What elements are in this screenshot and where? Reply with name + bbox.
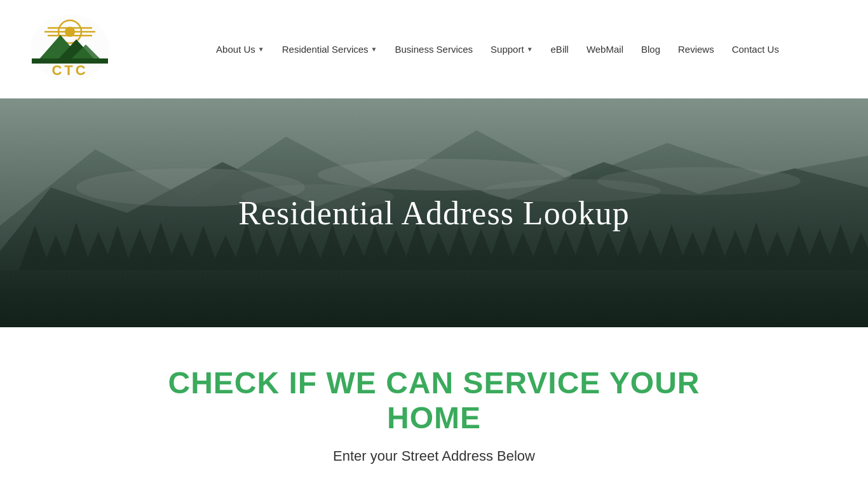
nav-item-about-us[interactable]: About Us ▼ — [207, 39, 273, 60]
nav-item-support[interactable]: Support ▼ — [482, 39, 541, 60]
nav-item-webmail[interactable]: WebMail — [578, 39, 632, 60]
logo-image: CTC — [25, 13, 114, 83]
nav-item-reviews[interactable]: Reviews — [669, 39, 723, 60]
nav-item-blog[interactable]: Blog — [632, 39, 669, 60]
nav-item-business-services[interactable]: Business Services — [386, 39, 482, 60]
content-section: CHECK IF WE CAN SERVICE YOUR HOME Enter … — [0, 327, 868, 488]
nav-item-residential-services[interactable]: Residential Services ▼ — [273, 39, 386, 60]
main-nav: About Us ▼ Residential Services ▼ Busine… — [153, 39, 843, 60]
chevron-down-icon: ▼ — [371, 46, 377, 53]
site-header: CTC About Us ▼ Residential Services ▼ Bu… — [0, 0, 868, 98]
chevron-down-icon: ▼ — [527, 46, 533, 53]
svg-text:CTC: CTC — [51, 62, 88, 78]
chevron-down-icon: ▼ — [258, 46, 264, 53]
nav-item-contact-us[interactable]: Contact Us — [723, 39, 788, 60]
nav-item-ebill[interactable]: eBill — [542, 39, 578, 60]
service-heading: CHECK IF WE CAN SERVICE YOUR HOME — [25, 365, 843, 435]
logo[interactable]: CTC — [25, 13, 114, 85]
hero-title: Residential Address Lookup — [238, 194, 629, 232]
service-subtext: Enter your Street Address Below — [25, 448, 843, 464]
hero-section: Residential Address Lookup — [0, 98, 868, 327]
